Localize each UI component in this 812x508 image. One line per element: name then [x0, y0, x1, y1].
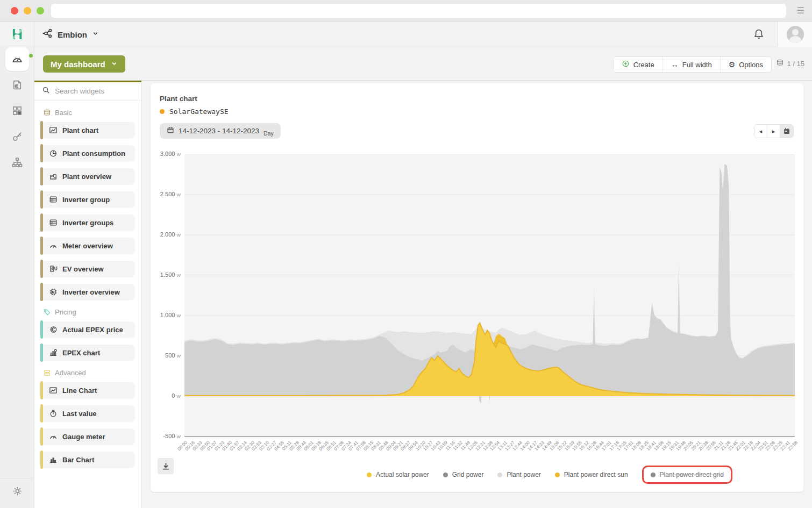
date-range-picker[interactable]: 14-12-2023 - 14-12-2023 Day: [160, 123, 281, 139]
rail-item-widgets[interactable]: [0, 99, 34, 125]
notifications-button[interactable]: [753, 28, 765, 42]
coins-euro-icon: [49, 325, 58, 334]
window-zoom-button[interactable]: [37, 7, 44, 15]
options-button[interactable]: ⚙ Options: [721, 57, 771, 72]
key-icon: [11, 131, 23, 142]
widget-item-gauge-meter[interactable]: Gauge meter: [41, 428, 135, 445]
legend-item-grid-power[interactable]: Grid power: [443, 471, 484, 478]
layers-icon: [776, 59, 784, 68]
window-close-button[interactable]: [11, 7, 18, 15]
dashboard-canvas: Plant chart SolarGatewaySE 14-12-2023 - …: [142, 81, 812, 508]
y-tick-label: 2.500 W: [153, 191, 181, 197]
ev-charger-icon: [49, 264, 58, 273]
page-indicator[interactable]: 1 / 15: [776, 59, 804, 68]
legend-item-plant-power[interactable]: Plant power: [497, 471, 540, 478]
chart-plot-area[interactable]: [184, 154, 795, 437]
rail-item-access-keys[interactable]: [0, 125, 34, 151]
widget-item-line-chart[interactable]: Line Chart: [41, 382, 135, 398]
app-logo[interactable]: H: [0, 22, 34, 47]
window-minimize-button[interactable]: [24, 7, 31, 15]
download-button[interactable]: [158, 458, 174, 474]
chart-coins-icon: [49, 348, 58, 357]
network-icon: [42, 28, 53, 39]
org-switcher[interactable]: Embion: [42, 22, 99, 47]
logo-letter: H: [12, 26, 22, 43]
widget-item-inverter-overview[interactable]: Inverter overview: [41, 284, 135, 300]
y-tick-label: 0 W: [153, 392, 181, 399]
menu-icon[interactable]: ☰: [797, 5, 804, 16]
avatar[interactable]: [787, 26, 804, 43]
search-icon: [42, 86, 50, 96]
avatar-area: [778, 22, 812, 47]
plant-chart-widget: Plant chart SolarGatewaySE 14-12-2023 - …: [151, 83, 803, 492]
create-button[interactable]: Create: [614, 57, 663, 72]
network-icon: [42, 28, 53, 41]
calendar-icon: [167, 126, 174, 136]
calendar-button[interactable]: [780, 125, 793, 138]
widget-item-actual-epex-price[interactable]: Actual EPEX price: [41, 321, 135, 338]
line-chart-icon: [49, 126, 58, 134]
legend-dot: [443, 473, 448, 477]
widget-item-epex-chart[interactable]: EPEX chart: [41, 345, 135, 361]
widget-search: [34, 81, 141, 101]
section-header-basic: Basic: [43, 109, 133, 117]
widget-item-inverter-groups[interactable]: Inverter groups: [41, 214, 135, 231]
download-icon: [161, 462, 170, 471]
gear-icon: [12, 485, 23, 497]
sitemap-icon: [11, 156, 23, 168]
chevron-down-icon: [111, 60, 118, 67]
widget-item-meter-overview[interactable]: Meter overview: [41, 238, 135, 254]
section-header-pricing: Pricing: [43, 308, 133, 316]
y-tick-label: 3.000 W: [153, 151, 181, 157]
widget-item-bar-chart[interactable]: Bar Chart: [41, 452, 135, 468]
next-period-button[interactable]: ▸: [767, 125, 780, 138]
dashboard-title: My dashboard: [51, 60, 105, 69]
y-tick-label: 2.000 W: [153, 231, 181, 238]
bell-icon: [753, 28, 765, 40]
tag-icon: [43, 308, 51, 316]
pie-chart-icon: [49, 149, 58, 158]
stopwatch-icon: [49, 409, 58, 418]
date-nav-group: ◂ ▸: [754, 124, 794, 138]
widget-item-plant-consumption[interactable]: Plant consumption: [41, 145, 135, 161]
widget-item-ev-overview[interactable]: EV overview: [41, 261, 135, 277]
factory-icon: [49, 172, 58, 181]
date-granularity: Day: [263, 130, 274, 139]
legend-dot: [367, 473, 372, 477]
calendar-filled-icon: [783, 127, 790, 135]
widget-item-plant-chart[interactable]: Plant chart: [41, 122, 135, 138]
legend-item-actual-solar-power[interactable]: Actual solar power: [367, 471, 429, 478]
bar-chart-icon: [49, 455, 58, 464]
prev-period-button[interactable]: ◂: [754, 125, 767, 138]
table-list-icon: [49, 218, 58, 227]
toolbar-actions: Create ↔ Full width ⚙ Options: [613, 56, 772, 73]
search-input[interactable]: [55, 87, 130, 95]
legend-item-plant-power-direct-grid[interactable]: Plant power direct grid: [651, 471, 724, 478]
dashboard-toolbar: My dashboard Create ↔ Full width ⚙ Optio…: [34, 47, 812, 81]
widget-item-plant-overview[interactable]: Plant overview: [41, 168, 135, 184]
dashboard-selector-button[interactable]: My dashboard: [43, 55, 125, 73]
widgets-panel: BasicPlant chartPlant consumptionPlant o…: [34, 81, 142, 508]
legend-item-plant-power-direct-sun[interactable]: Plant power direct sun: [555, 471, 628, 478]
org-name: Embion: [58, 30, 87, 39]
y-tick-label: -500 W: [153, 433, 181, 439]
legend-dot: [497, 473, 502, 477]
chip-icon: [49, 288, 58, 296]
rail-item-billing[interactable]: [0, 73, 34, 99]
device-row: SolarGatewaySE: [160, 108, 229, 116]
widget-item-last-value[interactable]: Last value: [41, 405, 135, 421]
widget-item-inverter-group[interactable]: Inverter group: [41, 191, 135, 208]
rail-item-dashboard[interactable]: [0, 47, 34, 73]
y-tick-label: 1.000 W: [153, 312, 181, 318]
arrows-horizontal-icon: ↔: [671, 60, 679, 69]
settings-button[interactable]: [0, 478, 34, 504]
url-bar[interactable]: [51, 4, 786, 18]
full-width-button[interactable]: ↔ Full width: [663, 57, 721, 72]
chevron-down-icon: [92, 30, 99, 39]
layers-icon: [776, 59, 784, 67]
rail-item-hierarchy[interactable]: [0, 151, 34, 176]
chart-legend: Actual solar powerGrid powerPlant powerP…: [307, 461, 793, 488]
chevron-down-icon: [92, 30, 99, 37]
active-dot: [29, 54, 33, 58]
gauge-icon: [49, 432, 58, 441]
